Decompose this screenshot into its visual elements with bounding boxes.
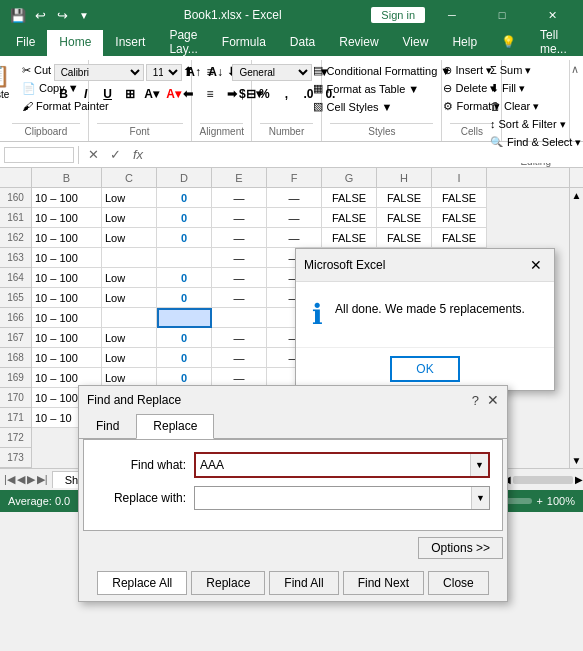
replace-with-dropdown-button[interactable]: ▼ xyxy=(471,487,489,509)
clear-button[interactable]: 🗑 Clear ▾ xyxy=(485,98,583,115)
undo-icon[interactable]: ↩ xyxy=(30,5,50,25)
col-header-D[interactable]: D xyxy=(157,168,212,187)
tab-view[interactable]: View xyxy=(391,30,441,56)
message-box-close-button[interactable]: ✕ xyxy=(526,255,546,275)
row-header-167[interactable]: 167 xyxy=(0,328,31,348)
align-middle-button[interactable]: ≡ xyxy=(200,62,220,82)
cell-164-D[interactable]: 0 xyxy=(157,268,212,288)
options-button[interactable]: Options >> xyxy=(418,537,503,559)
row-header-163[interactable]: 163 xyxy=(0,248,31,268)
tab-review[interactable]: Review xyxy=(327,30,390,56)
cell-168-B[interactable]: 10 – 100 xyxy=(32,348,102,368)
cell-167-D[interactable]: 0 xyxy=(157,328,212,348)
row-header-164[interactable]: 164 xyxy=(0,268,31,288)
scroll-down-button[interactable]: ▼ xyxy=(570,453,583,468)
cell-168-C[interactable]: Low xyxy=(102,348,157,368)
cell-164-C[interactable]: Low xyxy=(102,268,157,288)
tab-lightbulb[interactable]: 💡 xyxy=(489,30,528,56)
tab-insert[interactable]: Insert xyxy=(103,30,157,56)
col-header-G[interactable]: G xyxy=(322,168,377,187)
confirm-formula-button[interactable]: ✓ xyxy=(105,145,125,165)
find-replace-close-button[interactable]: ✕ xyxy=(487,392,499,408)
row-header-161[interactable]: 161 xyxy=(0,208,31,228)
cell-165-B[interactable]: 10 – 100 xyxy=(32,288,102,308)
cell-160-I[interactable]: FALSE xyxy=(432,188,487,208)
cell-168-D[interactable]: 0 xyxy=(157,348,212,368)
cell-163-D[interactable] xyxy=(157,248,212,268)
row-header-169[interactable]: 169 xyxy=(0,368,31,388)
row-header-173[interactable]: 173 xyxy=(0,448,31,468)
cell-160-D[interactable]: 0 xyxy=(157,188,212,208)
share-button[interactable]: ⬆ Share xyxy=(579,29,583,58)
replace-all-button[interactable]: Replace All xyxy=(97,571,187,595)
cell-162-E[interactable]: — xyxy=(212,228,267,248)
col-header-B[interactable]: B xyxy=(32,168,102,187)
cell-160-C[interactable]: Low xyxy=(102,188,157,208)
align-center-button[interactable]: ≡ xyxy=(200,84,220,104)
cell-167-B[interactable]: 10 – 100 xyxy=(32,328,102,348)
tab-page-layout[interactable]: Page Lay... xyxy=(157,30,209,56)
sheet-nav-last[interactable]: ▶| xyxy=(37,473,48,486)
font-family-select[interactable]: Calibri xyxy=(54,64,144,81)
cancel-formula-button[interactable]: ✕ xyxy=(83,145,103,165)
col-header-I[interactable]: I xyxy=(432,168,487,187)
align-left-button[interactable]: ⬅ xyxy=(178,84,198,104)
find-what-input[interactable] xyxy=(196,455,470,475)
tab-data[interactable]: Data xyxy=(278,30,327,56)
cell-162-I[interactable]: FALSE xyxy=(432,228,487,248)
col-header-C[interactable]: C xyxy=(102,168,157,187)
formula-input[interactable] xyxy=(151,147,579,163)
find-what-dropdown-button[interactable]: ▼ xyxy=(470,454,488,476)
sort-filter-button[interactable]: ↕ Sort & Filter ▾ xyxy=(485,116,583,133)
fill-button[interactable]: ⬇ Fill ▾ xyxy=(485,80,583,97)
sheet-nav-first[interactable]: |◀ xyxy=(4,473,15,486)
tab-home[interactable]: Home xyxy=(47,30,103,56)
tab-tell-me[interactable]: Tell me... xyxy=(528,30,579,56)
cell-160-B[interactable]: 10 – 100 xyxy=(32,188,102,208)
cell-162-F[interactable]: — xyxy=(267,228,322,248)
conditional-formatting-button[interactable]: ▤ Conditional Formatting ▼ xyxy=(308,62,457,79)
cell-165-D[interactable]: 0 xyxy=(157,288,212,308)
cell-160-H[interactable]: FALSE xyxy=(377,188,432,208)
cell-164-E[interactable]: — xyxy=(212,268,267,288)
cell-167-C[interactable]: Low xyxy=(102,328,157,348)
cell-165-E[interactable]: — xyxy=(212,288,267,308)
align-top-button[interactable]: ⬆ xyxy=(178,62,198,82)
sign-in-button[interactable]: Sign in xyxy=(371,7,425,23)
row-header-172[interactable]: 172 xyxy=(0,428,31,448)
cell-161-I[interactable]: FALSE xyxy=(432,208,487,228)
cell-161-H[interactable]: FALSE xyxy=(377,208,432,228)
paste-button[interactable]: 📋 Paste xyxy=(0,62,15,103)
ribbon-collapse-button[interactable]: ∧ xyxy=(570,60,579,78)
cell-164-B[interactable]: 10 – 100 xyxy=(32,268,102,288)
row-header-166[interactable]: 166 xyxy=(0,308,31,328)
save-icon[interactable]: 💾 xyxy=(8,5,28,25)
close-dialog-button[interactable]: Close xyxy=(428,571,489,595)
replace-with-input[interactable] xyxy=(195,488,471,508)
col-header-E[interactable]: E xyxy=(212,168,267,187)
row-header-160[interactable]: 160 xyxy=(0,188,31,208)
format-as-table-button[interactable]: ▦ Format as Table ▼ xyxy=(308,80,457,97)
find-next-button[interactable]: Find Next xyxy=(343,571,424,595)
cell-161-D[interactable]: 0 xyxy=(157,208,212,228)
comma-button[interactable]: , xyxy=(276,84,296,104)
scroll-right-button[interactable]: ▶ xyxy=(575,474,583,485)
bold-button[interactable]: B xyxy=(54,84,74,104)
cell-163-E[interactable]: — xyxy=(212,248,267,268)
find-tab[interactable]: Find xyxy=(79,414,136,438)
col-header-H[interactable]: H xyxy=(377,168,432,187)
cell-161-E[interactable]: — xyxy=(212,208,267,228)
cell-161-B[interactable]: 10 – 100 xyxy=(32,208,102,228)
border-button[interactable]: ⊞ xyxy=(120,84,140,104)
cell-166-E[interactable] xyxy=(212,308,267,328)
redo-icon[interactable]: ↪ xyxy=(52,5,72,25)
cell-165-C[interactable]: Low xyxy=(102,288,157,308)
cell-162-H[interactable]: FALSE xyxy=(377,228,432,248)
find-all-button[interactable]: Find All xyxy=(269,571,338,595)
underline-button[interactable]: U xyxy=(98,84,118,104)
number-format-select[interactable]: General xyxy=(232,64,312,81)
fill-color-button[interactable]: A▾ xyxy=(142,84,162,104)
cell-166-D[interactable] xyxy=(157,308,212,328)
row-header-171[interactable]: 171 xyxy=(0,408,31,428)
cell-161-F[interactable]: — xyxy=(267,208,322,228)
